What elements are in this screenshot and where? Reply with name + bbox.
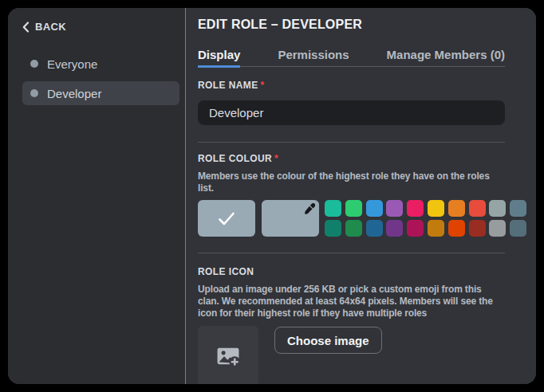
page-title: EDIT ROLE – DEVELOPER: [198, 18, 505, 32]
tab-manage-members[interactable]: Manage Members (0): [387, 48, 505, 66]
section-divider: [198, 142, 505, 143]
palette-row-1: [325, 200, 526, 217]
role-name-label-text: ROLE NAME: [198, 80, 258, 91]
role-icon-upload-box[interactable]: [198, 326, 258, 384]
palette-colour-swatch[interactable]: [325, 200, 341, 217]
role-name-input[interactable]: [198, 100, 505, 125]
choose-image-button[interactable]: Choose image: [274, 327, 382, 354]
edit-role-panel: EDIT ROLE – DEVELOPER Display Permission…: [186, 8, 536, 384]
role-item-label: Everyone: [47, 57, 97, 71]
palette-colour-swatch[interactable]: [407, 200, 424, 217]
edit-role-window: BACK Everyone Developer EDIT ROLE – DEVE…: [8, 8, 536, 384]
palette-colour-swatch[interactable]: [386, 200, 403, 217]
palette-colour-swatch[interactable]: [469, 200, 486, 217]
palette-colour-swatch[interactable]: [325, 220, 341, 237]
palette-colour-swatch[interactable]: [407, 220, 424, 237]
sidebar-item-developer[interactable]: Developer: [22, 81, 179, 105]
eyedropper-icon: [304, 203, 315, 214]
palette-colour-swatch[interactable]: [448, 200, 465, 217]
tab-display[interactable]: Display: [198, 48, 240, 66]
role-colour-description: Members use the colour of the highest ro…: [198, 171, 505, 194]
back-label: BACK: [35, 21, 66, 33]
default-colour-swatch[interactable]: [198, 200, 255, 237]
palette-colour-swatch[interactable]: [366, 220, 383, 237]
custom-colour-swatch[interactable]: [262, 200, 319, 237]
palette-colour-swatch[interactable]: [469, 220, 486, 237]
palette-colour-swatch[interactable]: [428, 220, 444, 237]
role-dot-icon: [30, 60, 38, 68]
tab-bar: Display Permissions Manage Members (0): [198, 48, 505, 67]
palette-colour-swatch[interactable]: [386, 220, 403, 237]
palette-colour-swatch[interactable]: [366, 200, 383, 217]
role-colour-label: ROLE COLOUR*: [198, 153, 505, 164]
role-icon-label: ROLE ICON: [198, 266, 505, 277]
role-colour-label-text: ROLE COLOUR: [198, 153, 272, 164]
chevron-left-icon: [22, 22, 30, 33]
back-button[interactable]: BACK: [22, 21, 185, 33]
palette-colour-swatch[interactable]: [448, 220, 465, 237]
palette-colour-swatch[interactable]: [489, 200, 506, 217]
role-name-label: ROLE NAME*: [198, 80, 505, 91]
role-icon-row: Choose image: [198, 326, 505, 384]
palette-colour-swatch[interactable]: [345, 200, 362, 217]
palette-row-2: [325, 220, 526, 237]
image-plus-icon: [215, 343, 241, 369]
role-dot-icon: [30, 89, 38, 97]
section-divider: [198, 253, 505, 253]
required-asterisk: *: [261, 80, 265, 91]
required-asterisk: *: [274, 153, 278, 164]
palette-colour-swatch[interactable]: [428, 200, 444, 217]
colour-picker-row: [198, 200, 505, 237]
palette-colour-swatch[interactable]: [510, 220, 526, 237]
palette-colour-swatch[interactable]: [345, 220, 362, 237]
palette-colour-swatch[interactable]: [510, 200, 526, 217]
roles-sidebar: BACK Everyone Developer: [8, 8, 185, 384]
role-icon-description: Upload an image under 256 KB or pick a c…: [198, 284, 505, 319]
tab-permissions[interactable]: Permissions: [278, 48, 349, 66]
colour-palette: [325, 200, 526, 237]
role-list: Everyone Developer: [8, 52, 185, 105]
checkmark-icon: [218, 212, 235, 225]
role-item-label: Developer: [47, 87, 101, 100]
sidebar-item-everyone[interactable]: Everyone: [22, 52, 179, 76]
palette-colour-swatch[interactable]: [489, 220, 506, 237]
